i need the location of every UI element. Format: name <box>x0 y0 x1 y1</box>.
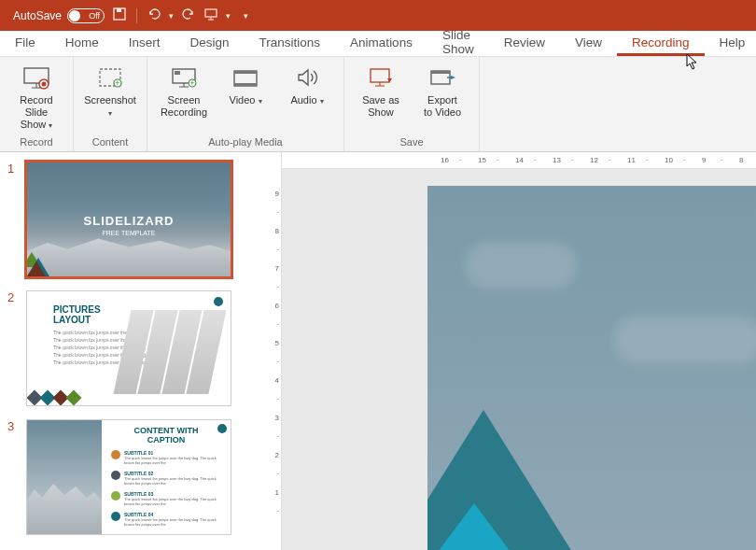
menu-help[interactable]: Help <box>705 31 756 56</box>
slide-canvas[interactable] <box>427 186 756 550</box>
screenshot-button[interactable]: +Screenshot ▾ <box>81 61 139 136</box>
bullet-icon <box>111 491 120 501</box>
ruler-mark: · <box>277 507 279 515</box>
ruler-tick: 9 <box>275 190 279 198</box>
ruler-mark: · <box>277 208 279 217</box>
menu-review[interactable]: Review <box>489 31 560 56</box>
menu-file[interactable]: File <box>0 31 50 56</box>
chevron-down-icon: ▾ <box>320 97 324 106</box>
present-from-beginning-icon[interactable] <box>203 7 218 24</box>
video-button[interactable]: Video ▾ <box>217 61 274 136</box>
body-text: SUBTITLE 01The quick brown fox jumps ove… <box>124 450 221 465</box>
export-to-video-button[interactable]: Exportto Video <box>413 61 471 136</box>
slide-thumbnail[interactable]: SLIDELIZARDFREE TEMPLATE <box>26 162 231 277</box>
slide-thumbnail-panel[interactable]: 1SLIDELIZARDFREE TEMPLATE2PICTURESLAYOUT… <box>0 152 261 550</box>
save-icon[interactable] <box>112 7 127 24</box>
ruler-mark: · <box>459 156 461 164</box>
ruler-tick: 8 <box>275 227 279 235</box>
bullet-icon <box>111 512 120 521</box>
qat-separator <box>136 8 137 23</box>
menu-bar: FileHomeInsertDesignTransitionsAnimation… <box>0 31 756 57</box>
ribbon: Record SlideShow ▾Record+Screenshot ▾Con… <box>0 57 756 152</box>
ruler-tick: 10 <box>665 156 673 164</box>
autosave-state: Off <box>89 11 100 21</box>
ruler-tick: 4 <box>275 376 279 385</box>
menu-animations[interactable]: Animations <box>335 31 427 56</box>
circle-shape <box>217 424 227 433</box>
thumbnail-number: 1 <box>7 162 19 277</box>
redo-icon[interactable] <box>181 7 196 24</box>
slide-thumbnail[interactable]: CONTENT WITHCAPTIONSUBTITLE 01The quick … <box>26 419 231 535</box>
menu-recording[interactable]: Recording <box>617 31 705 56</box>
svg-text:+: + <box>189 78 194 88</box>
ruler-tick: 12 <box>590 156 598 164</box>
menu-insert[interactable]: Insert <box>114 31 175 56</box>
ruler-tick: 3 <box>275 414 279 422</box>
autosave-toggle[interactable]: Off <box>67 8 105 23</box>
ruler-tick: 2 <box>275 451 279 459</box>
svg-rect-1 <box>117 8 121 12</box>
audio-button[interactable]: Audio ▾ <box>278 61 336 136</box>
thumbnail-row: 3CONTENT WITHCAPTIONSUBTITLE 01The quick… <box>7 419 258 535</box>
ruler-mark: · <box>277 395 279 403</box>
undo-icon[interactable] <box>147 7 161 24</box>
ribbon-group-label: Content <box>92 136 129 149</box>
video-icon <box>231 64 260 91</box>
ruler-mark: · <box>571 156 573 164</box>
ruler-tick: 6 <box>275 302 279 310</box>
ruler-mark: · <box>534 156 536 164</box>
ribbon-group-content: +Screenshot ▾Content <box>74 57 147 151</box>
slide-thumbnail[interactable]: PICTURESLAYOUTThe quick brown fox jumps … <box>26 290 231 406</box>
ribbon-button-label: Audio ▾ <box>290 94 323 107</box>
save-as-show-button[interactable]: Save asShow <box>352 61 410 136</box>
menu-slide-show[interactable]: Slide Show <box>427 31 489 56</box>
svg-rect-21 <box>234 83 257 86</box>
ribbon-group-label: Auto-play Media <box>208 136 283 149</box>
ruler-tick: 11 <box>627 156 636 164</box>
record-slide-show-icon <box>21 64 51 91</box>
bullet-icon <box>111 450 120 459</box>
ruler-tick: 7 <box>275 264 279 273</box>
chevron-down-icon: ▾ <box>49 121 52 130</box>
circle-shape <box>214 297 223 306</box>
ribbon-group-label: Record <box>20 136 52 149</box>
svg-rect-2 <box>205 9 217 17</box>
chevron-down-icon: ▾ <box>108 109 112 118</box>
ruler-mark: · <box>683 156 685 164</box>
svg-rect-14 <box>175 71 180 75</box>
ruler-tick: 16 <box>441 156 449 164</box>
export-to-video-icon <box>427 64 457 91</box>
vertical-ruler: 9·8·7·6·5·4·3·2·1· <box>261 152 282 550</box>
menu-design[interactable]: Design <box>175 31 245 56</box>
screen-recording-button[interactable]: +ScreenRecording <box>155 61 213 136</box>
menu-home[interactable]: Home <box>50 31 114 56</box>
chevron-down-icon: ▾ <box>259 97 262 106</box>
body-text: SUBTITLE 04The quick brown fox jumps ove… <box>124 512 221 527</box>
svg-rect-20 <box>234 71 257 74</box>
ribbon-button-label: Record SlideShow ▾ <box>7 94 65 132</box>
record-slide-show-button[interactable]: Record SlideShow ▾ <box>7 61 65 136</box>
ruler-tick: 9 <box>702 156 706 164</box>
svg-point-7 <box>42 82 47 87</box>
qat-customize-icon[interactable]: ▾ <box>244 11 248 21</box>
menu-transitions[interactable]: Transitions <box>245 31 336 56</box>
ruler-mark: · <box>277 470 279 478</box>
menu-view[interactable]: View <box>560 31 617 56</box>
ruler-mark: · <box>277 283 279 291</box>
ribbon-button-label: Video ▾ <box>230 94 262 107</box>
svg-rect-26 <box>431 71 450 74</box>
present-dropdown-icon[interactable]: ▾ <box>226 11 231 21</box>
ribbon-group-label: Save <box>399 136 423 149</box>
svg-text:+: + <box>115 78 119 88</box>
undo-dropdown-icon[interactable]: ▾ <box>169 11 174 21</box>
ribbon-button-label: ScreenRecording <box>161 94 207 119</box>
autosave-knob <box>69 10 80 21</box>
title-bar: AutoSave Off ▾ ▾ ▾ <box>0 0 756 31</box>
ruler-mark: · <box>609 156 610 164</box>
slide-title: PICTURESLAYOUT <box>53 304 101 325</box>
cloud-shape <box>465 242 577 289</box>
ribbon-group-record: Record SlideShow ▾Record <box>0 57 74 151</box>
screen-recording-icon: + <box>169 64 199 91</box>
ruler-mark: · <box>277 320 279 329</box>
slide-canvas-area: 16·15·14·13·12·11·10·9·8· <box>282 152 756 550</box>
